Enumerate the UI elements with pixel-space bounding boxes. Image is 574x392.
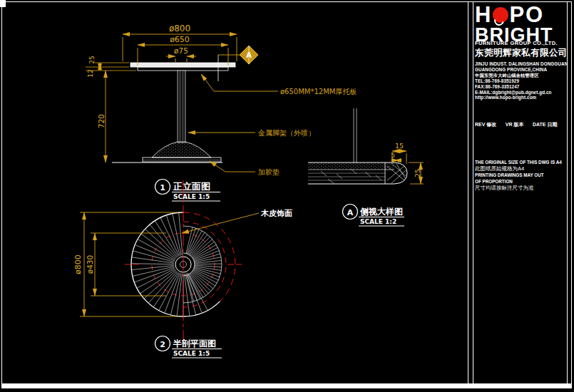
view2-title: 2 半剖平面图 SCALE 1:5 xyxy=(155,336,222,359)
dim-thickness-total-text: 25 xyxy=(88,56,96,63)
address-line-2: GUANGDONG PROVINCE,CHINA xyxy=(475,67,565,73)
fax: FAX:86-769-3351247 xyxy=(475,84,565,90)
label-board: ø650MM*12MM厚托板 xyxy=(280,88,357,96)
detail-title: A 侧视大样图 SCALE 1:2 xyxy=(343,205,405,227)
view1-num: 1 xyxy=(160,183,165,192)
phone: TEL:86-769-8351929 xyxy=(475,78,565,84)
label-veneer: 木皮饰面 xyxy=(260,209,292,218)
detail-balloon-letter: A xyxy=(246,51,252,59)
dim-thickness-board-text: 12 xyxy=(87,69,94,77)
email: E-MAIL:dgbright@pub.dgnet.gd.cn xyxy=(475,90,565,96)
view1-name: 正立面图 xyxy=(173,181,210,192)
address-line-1: JINJU INDUST. DALINGSHAN DONGGUAN xyxy=(475,61,565,67)
note-line-3: PRINTING DRAWINGS MAY OUT xyxy=(475,172,565,178)
bullnose-edge xyxy=(394,163,407,184)
cad-drawing-sheet: ø800 ø650 ø75 25 xyxy=(0,0,574,392)
leader-board xyxy=(201,74,278,91)
notes-block: THE ORIGINAL SIZE OF THIS DWG IS A4 此图纸原… xyxy=(475,159,565,191)
view-detail-a: 15 5 25 A 侧视大样图 SCALE 1:2 xyxy=(308,142,424,226)
detail-dim-15: 15 xyxy=(395,142,404,150)
base-plate xyxy=(143,158,221,162)
dim-top-diameter-text: ø800 xyxy=(169,24,190,33)
address-block: JINJU INDUST. DALINGSHAN DONGGUAN GUANGD… xyxy=(475,61,565,100)
address-line-cn: 中国东莞市大岭山镇金桔管理区 xyxy=(475,73,565,78)
website: http://www.hopo-bright.com xyxy=(475,95,565,100)
view1-title: 1 正立面图 SCALE 1:5 xyxy=(155,180,221,202)
detail-name: 侧视大样图 xyxy=(359,207,403,217)
logo-subtitle: FURNITURE GROUP CO.,LTD. xyxy=(475,40,565,46)
date-col: DATE 日期 xyxy=(533,122,557,127)
detail-dim-25: 25 xyxy=(414,169,421,177)
view-front-elevation: ø800 ø650 ø75 25 xyxy=(86,24,357,201)
grain-ticks xyxy=(321,169,381,183)
note-line-4: OF PROPORTION xyxy=(475,178,565,185)
detail-scale: SCALE 1:2 xyxy=(360,218,396,225)
label-leg: 金属脚架（外喷） xyxy=(257,129,315,137)
dim-column-diameter xyxy=(166,56,196,62)
tabletop xyxy=(130,63,235,67)
support-board xyxy=(138,67,228,71)
dim-height-text: 720 xyxy=(97,114,106,128)
dim-board-diameter-text: ø650 xyxy=(170,35,190,44)
titleblock-divider-outer xyxy=(468,1,468,383)
logo-h: H xyxy=(475,2,492,27)
plan-dim-base: ø430 xyxy=(86,255,94,274)
drawing-canvas: ø800 ø650 ø75 25 xyxy=(0,0,468,392)
view2-num: 2 xyxy=(160,340,165,349)
ver-col: VR 版本 xyxy=(506,122,524,127)
frame-right-outer xyxy=(571,1,572,388)
note-line-5: 尺寸均请按标注尺寸为准 xyxy=(475,185,565,191)
label-pad: 加胶垫 xyxy=(258,168,280,176)
logo-red-ball-icon xyxy=(493,7,508,23)
detail-dims xyxy=(392,151,424,184)
dim-column-diameter-text: ø75 xyxy=(174,46,188,55)
note-line-2: 此图纸原始规格为A4 xyxy=(475,165,565,172)
view2-scale: SCALE 1:5 xyxy=(173,350,210,357)
rev-col: REV 修改 xyxy=(475,122,496,127)
frame-right-inner xyxy=(567,1,568,383)
title-block: HPO BRIGHT FURNITURE GROUP CO.,LTD. 东莞明辉… xyxy=(473,0,567,392)
company-name-cn: 东莞明辉家私有限公司 xyxy=(475,47,565,59)
view-plan: ø800 ø430 木皮饰面 2 半剖平面图 SCALE 1:5 xyxy=(73,180,292,358)
base-dome xyxy=(152,142,211,158)
detail-num: A xyxy=(347,208,354,217)
view2-name: 半剖平面图 xyxy=(173,339,216,349)
plan-dim-outer: ø800 xyxy=(73,254,83,274)
pedestal-column xyxy=(178,71,185,143)
view1-scale: SCALE 1:5 xyxy=(173,193,210,200)
detail-dim-5: 5 xyxy=(391,152,395,159)
rev-table-header: REV 修改 VR 版本 DATE 日期 xyxy=(475,116,565,129)
logo-wordmark: HPO xyxy=(475,4,565,26)
logo: HPO BRIGHT xyxy=(475,4,565,44)
note-line-1: THE ORIGINAL SIZE OF THIS DWG IS A4 xyxy=(475,159,565,165)
logo-po: PO xyxy=(509,2,544,27)
detail-balloon: A xyxy=(218,46,258,64)
